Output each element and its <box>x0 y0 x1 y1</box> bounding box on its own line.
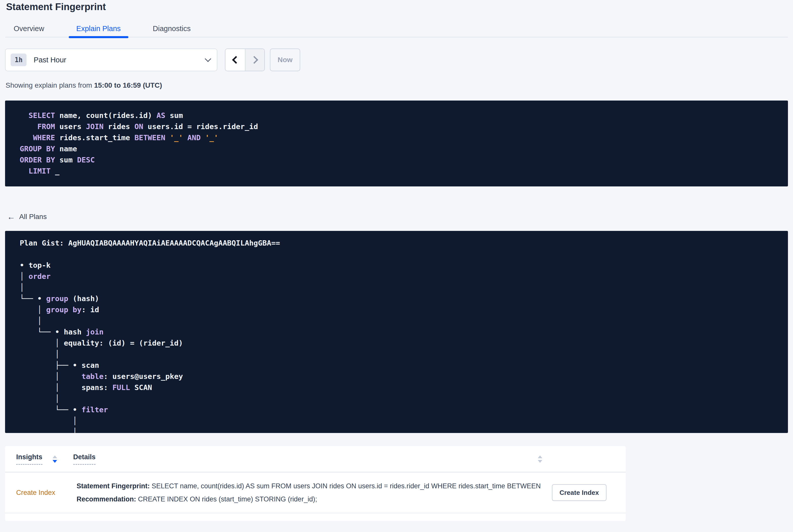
sort-up-icon <box>538 455 542 458</box>
insights-table-card: Insights Details Create Index Statement … <box>5 446 626 521</box>
sort-down-icon <box>53 460 57 463</box>
details-cell: Statement Fingerprint: SELECT name, coun… <box>77 479 543 506</box>
time-range-badge: 1h <box>11 54 26 66</box>
time-nav-group <box>225 49 265 71</box>
insight-cell: Create Index <box>16 479 77 506</box>
time-range-label: Past Hour <box>34 56 66 64</box>
column-header-insights[interactable]: Insights <box>16 453 42 465</box>
page-title: Statement Fingerprint <box>5 0 788 13</box>
chevron-right-icon <box>250 56 258 64</box>
showing-range-bold: 15:00 to 16:59 (UTC) <box>94 81 162 89</box>
time-range-select[interactable]: 1h Past Hour <box>5 49 217 71</box>
chevron-left-icon <box>232 56 240 64</box>
sort-up-icon <box>53 455 57 458</box>
tab-bar: Overview Explain Plans Diagnostics <box>5 20 788 37</box>
insights-table-header: Insights Details <box>5 446 626 472</box>
table-row: Create Index Statement Fingerprint: SELE… <box>5 472 626 513</box>
create-index-button[interactable]: Create Index <box>552 484 606 501</box>
all-plans-label: All Plans <box>19 213 47 221</box>
insight-create-index-link[interactable]: Create Index <box>16 489 55 497</box>
now-button[interactable]: Now <box>270 49 300 71</box>
sql-statement-box: SELECT name, count(rides.id) AS sum FROM… <box>5 100 788 186</box>
recommendation-label: Recommendation: <box>77 495 136 503</box>
statement-fingerprint-line: Statement Fingerprint: SELECT name, coun… <box>77 479 543 493</box>
time-picker-row: 1h Past Hour Now <box>5 49 788 71</box>
sort-icon-details[interactable] <box>538 455 542 463</box>
action-cell: Create Index <box>552 479 606 506</box>
next-time-button[interactable] <box>245 49 264 71</box>
tab-diagnostics[interactable]: Diagnostics <box>145 20 199 37</box>
showing-prefix: Showing explain plans from <box>5 81 94 89</box>
showing-range-text: Showing explain plans from 15:00 to 16:5… <box>5 81 788 90</box>
prev-time-button[interactable] <box>225 49 245 71</box>
arrow-left-icon: ← <box>7 213 15 221</box>
table-footer-spacer <box>5 513 626 521</box>
all-plans-back-link[interactable]: ← All Plans <box>5 213 47 221</box>
page: Statement Fingerprint Overview Explain P… <box>0 0 793 521</box>
statement-fingerprint-label: Statement Fingerprint: <box>77 482 150 490</box>
plan-gist-box[interactable]: Plan Gist: AgHUAQIABQAAAAHYAQIAiAEAAAADC… <box>5 231 788 433</box>
statement-fingerprint-value: SELECT name, count(rides.id) AS sum FROM… <box>150 482 543 490</box>
column-header-details[interactable]: Details <box>73 453 96 465</box>
tab-overview[interactable]: Overview <box>6 20 52 37</box>
sort-icon-insights[interactable] <box>53 455 57 463</box>
recommendation-line: Recommendation: CREATE INDEX ON rides (s… <box>77 493 543 506</box>
chevron-down-icon <box>205 56 211 62</box>
tab-explain-plans[interactable]: Explain Plans <box>69 20 128 37</box>
recommendation-value: CREATE INDEX ON rides (start_time) STORI… <box>136 495 317 503</box>
sort-down-icon <box>538 460 542 463</box>
